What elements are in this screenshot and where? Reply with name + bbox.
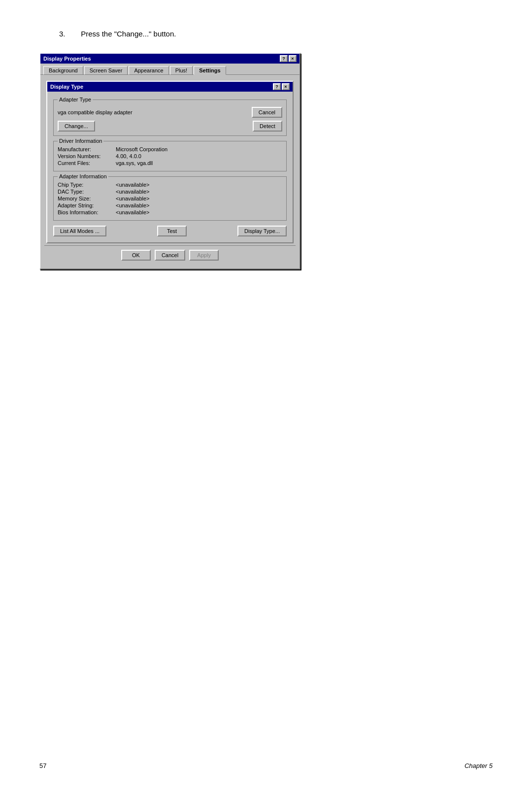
adapter-string-row: Adapter String: <unavailable> [58,202,282,208]
display-properties-dialog: Display Properties ? × Background Screen… [39,53,300,269]
change-button[interactable]: Change... [58,121,95,132]
display-type-title: Display Type [50,84,83,90]
memory-size-label: Memory Size: [58,196,112,201]
display-type-dialog: Display Type ? × vga compatible display … [46,81,294,243]
display-type-body: vga compatible display adapter Cancel Ch… [47,92,293,242]
display-type-button[interactable]: Display Type... [237,226,287,236]
chip-type-value: <unavailable> [116,182,150,188]
adapter-name: vga compatible display adapter [58,109,133,115]
inner-bottom-buttons: List All Modes ... Test Display Type... [51,223,289,238]
tab-screensaver[interactable]: Screen Saver [84,66,128,75]
tab-settings[interactable]: Settings [194,66,226,75]
adapter-side-buttons: Cancel [252,107,282,118]
tab-appearance[interactable]: Appearance [129,66,168,75]
instruction-number: 3. [59,30,79,38]
bios-info-value: <unavailable> [116,209,150,215]
titlebar-buttons: ? × [280,55,297,62]
manufacturer-value: Microsoft Corporation [116,146,167,152]
adapter-string-value: <unavailable> [116,202,150,208]
close-button-outer[interactable]: × [289,55,297,62]
memory-size-row: Memory Size: <unavailable> [58,196,282,201]
version-row: Version Numbers: 4.00, 4.0.0 [58,153,282,159]
current-files-label: Current Files: [58,160,112,166]
page-footer: 57 Chapter 5 [0,762,532,769]
test-button[interactable]: Test [157,226,187,236]
chapter-label: Chapter 5 [465,762,493,769]
bios-info-row: Bios Information: <unavailable> [58,209,282,215]
version-label: Version Numbers: [58,153,112,159]
tab-plus[interactable]: Plus! [170,66,193,75]
adapter-info-group: Chip Type: <unavailable> DAC Type: <unav… [53,176,287,221]
display-properties-title: Display Properties [43,56,91,62]
current-files-value: vga.sys, vga.dll [116,160,153,166]
cancel-button[interactable]: Cancel [155,250,185,261]
driver-info-group: Manufacturer: Microsoft Corporation Vers… [53,141,287,171]
bios-info-label: Bios Information: [58,209,112,215]
dialog-tabs: Background Screen Saver Appearance Plus!… [40,64,299,74]
help-button-outer[interactable]: ? [280,55,288,62]
adapter-type-group: vga compatible display adapter Cancel Ch… [53,100,287,136]
cancel-adapter-button[interactable]: Cancel [252,107,282,118]
help-button-inner[interactable]: ? [273,83,281,90]
version-value: 4.00, 4.0.0 [116,153,141,159]
current-files-row: Current Files: vga.sys, vga.dll [58,160,282,166]
outer-bottom-buttons: OK Cancel Apply [44,245,296,265]
adapter-row: vga compatible display adapter Cancel [58,107,282,118]
instruction-line: 3. Press the "Change..." button. [59,30,493,38]
dac-type-row: DAC Type: <unavailable> [58,189,282,195]
manufacturer-label: Manufacturer: [58,146,112,152]
dac-type-value: <unavailable> [116,189,150,195]
close-button-inner[interactable]: × [282,83,290,90]
adapter-string-label: Adapter String: [58,202,112,208]
display-properties-body: Display Type ? × vga compatible display … [40,74,299,268]
chip-type-label: Chip Type: [58,182,112,188]
apply-button[interactable]: Apply [189,250,219,261]
detect-button[interactable]: Detect [253,121,282,132]
manufacturer-row: Manufacturer: Microsoft Corporation [58,146,282,152]
memory-size-value: <unavailable> [116,196,150,201]
display-type-titlebar: Display Type ? × [47,82,293,92]
dac-type-label: DAC Type: [58,189,112,195]
page-number: 57 [39,762,46,769]
chip-type-row: Chip Type: <unavailable> [58,182,282,188]
tab-background[interactable]: Background [43,66,83,75]
inner-titlebar-buttons: ? × [273,83,290,90]
display-properties-titlebar: Display Properties ? × [40,54,299,64]
instruction-body: Press the "Change..." button. [81,30,176,38]
list-all-modes-button[interactable]: List All Modes ... [53,226,106,236]
ok-button[interactable]: OK [121,250,151,261]
